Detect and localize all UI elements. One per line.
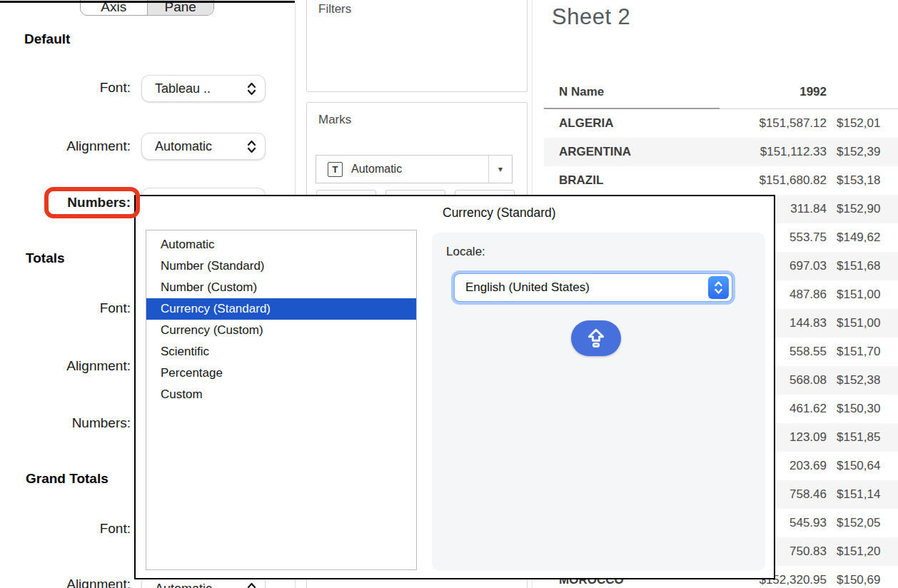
window-top-border [0,1,295,3]
cell-value-next-year: $151,00 [837,309,880,338]
cell-value-next-year: $152,39 [837,138,880,166]
table-row[interactable]: ALGERIA $151,587.12 $152,01 [544,109,898,138]
row-header-country: ALGERIA [559,109,614,138]
cell-value-1992: 487.86 [789,280,827,309]
alignment-dropdown-value: Automatic [155,139,247,154]
format-list-item[interactable]: Automatic [146,234,416,255]
table-row[interactable]: BRAZIL $151,680.82 $153,18 [544,166,898,195]
grand-totals-font-label: Font: [0,521,131,537]
format-list-item[interactable]: Currency (Standard) [146,298,416,320]
format-list-item[interactable]: Currency (Custom) [146,320,416,341]
dialog-title: Currency (Standard) [443,206,556,220]
chevron-up-down-icon [247,82,256,96]
totals-font-label: Font: [0,300,131,316]
cell-value-next-year: $149,62 [837,223,880,252]
format-list-item[interactable]: Custom [146,384,416,405]
locale-select[interactable]: English (United States) [455,274,732,301]
totals-section-heading: Totals [26,250,65,266]
filters-card: Filters [306,0,528,92]
font-dropdown[interactable]: Tableau .. [141,75,266,102]
cell-value-1992: 144.83 [789,309,827,338]
cell-value-next-year: $151,00 [837,280,880,309]
cell-value-1992: 545.93 [789,509,827,537]
cell-value-1992: 461.62 [789,395,827,423]
grand-totals-alignment-label: Alignment: [0,577,131,588]
cell-value-1992: 568.08 [789,366,827,395]
select-stepper-icon[interactable] [708,276,729,299]
locale-selected-value: English (United States) [465,280,732,295]
cell-value-next-year: $152,05 [837,509,880,537]
format-list-item[interactable]: Percentage [146,363,416,384]
marks-card-title: Marks [318,113,351,127]
cell-value-next-year: $151,20 [837,537,880,566]
row-header-country: BRAZIL [559,166,603,195]
cell-value-1992: 123.09 [789,423,827,452]
numbers-label: Numbers: [0,195,131,211]
alignment-label: Alignment: [0,138,131,154]
cell-value-next-year: $151,14 [837,480,880,509]
cell-value-next-year: $151,68 [837,252,880,280]
sheet-title: Sheet 2 [552,4,630,30]
cell-value-1992: 697.03 [789,252,827,280]
locale-label: Locale: [446,245,485,259]
cell-value-1992: $151,587.12 [759,109,827,138]
table-row[interactable]: ARGENTINA $151,112.33 $152,39 [544,138,898,166]
caps-lock-arrow-button[interactable] [571,320,621,356]
cell-value-next-year: $152,90 [837,195,880,223]
format-list-item[interactable]: Scientific [146,341,416,363]
chevron-up-down-icon [247,140,256,153]
totals-numbers-label: Numbers: [0,415,131,431]
cell-value-next-year: $153,18 [837,166,880,195]
cell-value-1992: 203.69 [789,452,827,480]
alignment-dropdown[interactable]: Automatic [141,133,266,160]
filters-card-title: Filters [318,2,351,16]
cell-value-next-year: $151,70 [837,338,880,366]
column-header-name[interactable]: N Name [559,85,604,99]
locale-panel: Locale: English (United States) [432,233,765,571]
mark-type-dropdown[interactable]: T Automatic ▾ [316,155,513,183]
caps-lock-arrow-icon [587,328,605,348]
tableau-window: Axis Pane Default Font: Tableau .. Align… [0,0,898,588]
cell-value-1992: 558.55 [789,338,827,366]
cell-value-next-year: $150,30 [837,395,880,423]
cell-value-next-year: $151,85 [837,423,880,452]
mark-type-value: Automatic [351,163,488,176]
font-label: Font: [0,80,131,96]
totals-alignment-label: Alignment: [0,358,131,374]
font-dropdown-value: Tableau .. [155,81,247,96]
cell-value-1992: 758.46 [789,480,827,509]
dropdown-arrow-icon[interactable]: ▾ [488,156,512,183]
cell-value-1992: 311.84 [790,195,827,223]
text-mark-icon: T [328,162,343,177]
cell-value-1992: 553.75 [789,223,827,252]
cell-value-1992: $151,680.82 [759,166,827,195]
cell-value-next-year: $150,69 [837,566,880,588]
column-header-year[interactable]: 1992 [799,85,827,99]
cell-value-1992: 750.83 [789,537,827,566]
cell-value-next-year: $150,64 [837,452,880,480]
chevron-up-down-icon [247,582,256,588]
format-listbox: Automatic Number (Standard) Number (Cust… [146,230,417,570]
format-list-item[interactable]: Number (Custom) [146,277,416,298]
number-format-dialog: Currency (Standard) Automatic Number (St… [134,195,775,579]
default-section-heading: Default [24,31,70,47]
format-list-item[interactable]: Number (Standard) [146,255,416,277]
grand-totals-section-heading: Grand Totals [26,471,109,487]
grand-totals-alignment-value: Automatic [155,582,247,588]
row-header-country: ARGENTINA [559,138,631,166]
cell-value-next-year: $152,38 [837,366,880,395]
cell-value-next-year: $152,01 [837,109,880,138]
cell-value-1992: $151,112.33 [760,138,827,166]
